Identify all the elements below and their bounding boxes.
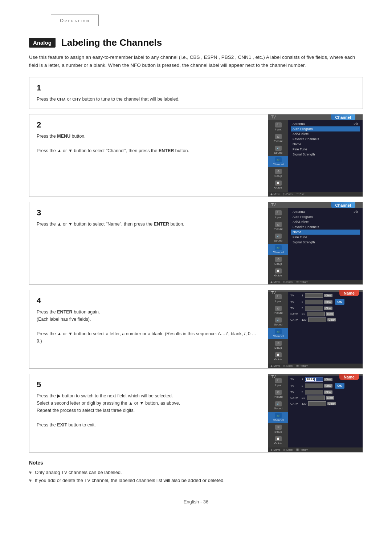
si-icon-5b: 🖼 (275, 390, 282, 395)
sidebar-guide-3: 📋 Guide (268, 267, 288, 278)
sidebar-setup-5: ⚙ Setup (268, 424, 288, 434)
nr-num-4-2: 2 (302, 300, 303, 304)
sidebar-guide-label-3: Guide (274, 274, 282, 277)
step-2-panel: TV Channel 🔌 Input 🖼 Picture (268, 114, 363, 196)
si-label-5f: Guide (274, 442, 282, 445)
sidebar-channel-icon-3: 📺 (275, 245, 282, 250)
name-row-4-3: TV 9 Clear (290, 306, 360, 311)
sidebar-guide-4: 📋 Guide (268, 351, 288, 362)
sidebar-picture-3: 🖼 Picture (268, 221, 288, 232)
nr-num-5-5: 120 (302, 402, 306, 405)
step-2: 2 Press the MENU button. Press the ▲ or … (29, 114, 363, 197)
step-1-left: 1 Press the CH∧ or CH∨ button to tune to… (29, 77, 363, 109)
nr-clear-5-4: Clear (326, 396, 334, 400)
note-item-1: Only analog TV channels can be labelled. (29, 469, 363, 477)
menu-fav-3: Favorite Channels (291, 224, 360, 230)
menu-bold: MENU (57, 134, 70, 139)
sidebar-guide-2: 📋 Guide (268, 179, 288, 190)
step-1-number: 1 (37, 83, 355, 93)
bottombar-move-3: ◈ Move (270, 280, 281, 284)
sidebar-input-3: 🔌 Input (268, 209, 288, 220)
step-2-tv-ui: TV Channel 🔌 Input 🖼 Picture (268, 114, 363, 196)
step-5-left: 5 Press the ▶ button to switch to the ne… (29, 374, 268, 452)
tv-label-4: TV (271, 291, 276, 295)
sidebar-input-label-3: Input (275, 216, 282, 219)
si-icon-5f: 📋 (275, 436, 282, 441)
si-label-5d: Channel (273, 418, 284, 422)
step-5-body: 🔌 Input 🖼 Picture 🔊 Sound 📺 (268, 376, 363, 447)
step-2-left: 2 Press the MENU button. Press the ▲ or … (29, 114, 268, 196)
nb-move-4: ◈ Move (270, 364, 281, 368)
sidebar-setup-icon-3: ⚙ (275, 257, 282, 262)
nr-label-5-2: TV (290, 384, 301, 388)
nr-num-4-5: 120 (302, 318, 306, 321)
nr-label-5-5: CATV (290, 402, 301, 405)
sidebar-guide-icon-2: 📋 (275, 181, 282, 186)
step-5-content: TV 1 PBS1▌ Clear TV 2 Clear (288, 376, 363, 447)
exit-bold-5: EXIT (57, 422, 67, 428)
header-box: Operation (51, 15, 99, 26)
step-2-body: 🔌 Input 🖼 Picture 🔊 Sound 📺 (268, 120, 363, 192)
steps-container: 1 Press the CH∧ or CH∨ button to tune to… (29, 77, 363, 453)
nr-label-4-1: TV (290, 294, 301, 297)
sidebar-sound-3: 🔊 Sound (268, 232, 288, 243)
si-label-5a: Input (275, 384, 282, 387)
nr-num-5-1: 1 (302, 378, 303, 381)
sidebar-channel-2: 📺 Channel (268, 156, 288, 167)
nr-clear-4-2: Clear (324, 300, 332, 304)
step-3-left: 3 Press the ▲ or ▼ button to select "Nam… (29, 202, 268, 284)
step-4-left: 4 Press the ENTER button again. (Each la… (29, 290, 268, 368)
nr-field-4-2 (305, 300, 323, 304)
nr-num-4-3: 9 (302, 307, 303, 310)
name-row-5-4: CATV 21 Clear (290, 396, 360, 400)
step-4-bottombar: ◈ Move ▷ Enter ☰ Return (268, 364, 363, 368)
si-label-4d: Channel (273, 335, 284, 338)
nr-clear-4-5: Clear (327, 318, 336, 321)
bottombar-enter-2: ▷ Enter (283, 193, 293, 196)
antenna-row-3: Antenna : Air (291, 209, 360, 214)
enter-bold-4: ENTER (57, 309, 72, 315)
sidebar-setup-3: ⚙ Setup (268, 256, 288, 267)
nr-label-5-4: CATV (290, 396, 301, 400)
channel-title-2: Channel (331, 114, 355, 120)
step-5-topbar: TV Name (268, 374, 363, 376)
step-4-name-ui: TV Name 🔌 Input 🖼 Picture (268, 290, 363, 368)
si-label-5c: Sound (274, 407, 282, 410)
sidebar-picture-4: 🖼 Picture (268, 305, 288, 316)
nr-clear-5-1: Clear (324, 378, 332, 381)
tv-label-2: TV (271, 115, 276, 119)
header-title: Operation (60, 18, 90, 23)
nr-field-5-5 (308, 401, 326, 406)
nr-clear-5-3: Clear (324, 390, 332, 394)
step-3-sidebar: 🔌 Input 🖼 Picture 🔊 Sound 📺 (268, 208, 288, 280)
sidebar-setup-2: ⚙ Setup (268, 168, 288, 179)
name-title-4: Name (339, 290, 359, 296)
page-number: English - 36 (29, 499, 363, 505)
nr-num-4-4: 21 (302, 312, 305, 316)
step-5: 5 Press the ▶ button to switch to the ne… (29, 374, 363, 453)
si-label-5b: Picture (274, 395, 283, 398)
nr-field-4-4 (307, 312, 325, 316)
menu-signal-3: Signal Strength (291, 240, 360, 245)
menu-fav-2: Favorite Channels (291, 137, 360, 142)
ok-btn-4: OK (335, 299, 344, 305)
nr-label-4-4: CATV (290, 312, 301, 316)
nb-move-5: ◈ Move (270, 448, 281, 451)
sidebar-channel-4: 📺 Channel (268, 328, 288, 339)
section-title: Labeling the Channels (61, 37, 162, 48)
nr-label-5-3: TV (290, 390, 301, 394)
sidebar-sound-5: 🔊 Sound (268, 400, 288, 411)
sidebar-picture-icon-2: 🖼 (275, 134, 282, 139)
si-label-4e: Setup (274, 346, 282, 349)
step-3-tv-ui: TV Channel 🔌 Input 🖼 Picture (268, 202, 363, 284)
step-4-content: TV 1 Clear TV 2 Clear OK (288, 292, 363, 364)
step-5-panel: TV Name 🔌 Input 🖼 Picture (268, 374, 363, 452)
tv-label-3: TV (271, 203, 276, 207)
nr-num-5-2: 2 (302, 384, 303, 388)
step-4-number: 4 (37, 296, 261, 305)
step-2-bottombar: ◈ Move ▷ Enter ☰ Exit (268, 192, 363, 196)
sidebar-input-icon-3: 🔌 (275, 210, 282, 215)
bottombar-return-3: ☰ Return (296, 280, 308, 284)
si-icon-5d: 📺 (275, 413, 282, 418)
nr-clear-4-4: Clear (326, 312, 334, 316)
